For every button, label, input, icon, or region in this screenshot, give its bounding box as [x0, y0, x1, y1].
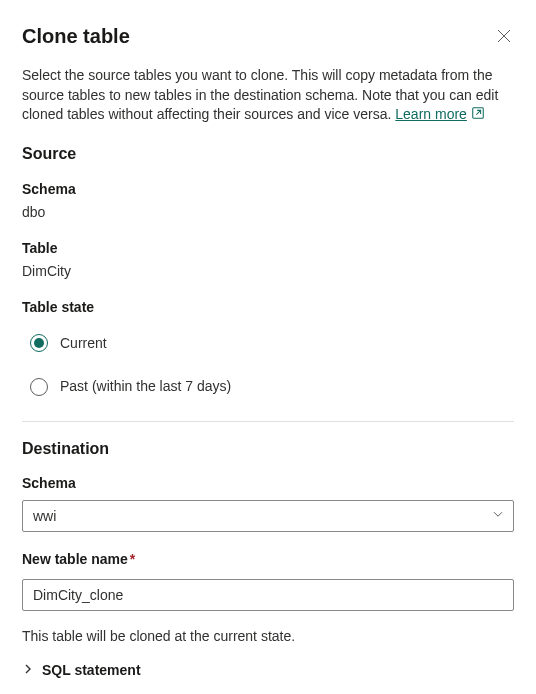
source-table-value: DimCity — [22, 262, 514, 282]
radio-current-label: Current — [60, 334, 107, 354]
table-state-radio-group: Current Past (within the last 7 days) — [22, 328, 514, 403]
destination-heading: Destination — [22, 438, 514, 460]
destination-schema-input[interactable] — [22, 500, 514, 532]
clone-state-info: This table will be cloned at the current… — [22, 627, 514, 647]
chevron-right-icon — [22, 661, 34, 681]
radio-past[interactable]: Past (within the last 7 days) — [30, 371, 514, 403]
learn-more-link[interactable]: Learn more — [395, 106, 467, 122]
source-schema-value: dbo — [22, 203, 514, 223]
radio-icon — [30, 334, 48, 352]
source-table-label: Table — [22, 239, 514, 259]
close-button[interactable] — [494, 26, 514, 46]
external-link-icon — [471, 106, 485, 126]
destination-schema-label: Schema — [22, 474, 514, 494]
source-schema-label: Schema — [22, 180, 514, 200]
source-heading: Source — [22, 143, 514, 165]
radio-past-label: Past (within the last 7 days) — [60, 377, 231, 397]
dialog-title: Clone table — [22, 22, 130, 50]
required-indicator: * — [130, 551, 135, 567]
new-table-name-input[interactable] — [22, 579, 514, 611]
radio-icon — [30, 378, 48, 396]
new-table-name-label: New table name* — [22, 550, 514, 570]
radio-current[interactable]: Current — [30, 328, 514, 360]
new-table-name-text: New table name — [22, 551, 128, 567]
close-icon — [497, 29, 511, 43]
sql-statement-label: SQL statement — [42, 661, 141, 681]
section-divider — [22, 421, 514, 422]
destination-schema-select[interactable] — [22, 500, 514, 532]
table-state-label: Table state — [22, 298, 514, 318]
description-text: Select the source tables you want to clo… — [22, 66, 514, 125]
sql-statement-toggle[interactable]: SQL statement — [22, 661, 514, 681]
